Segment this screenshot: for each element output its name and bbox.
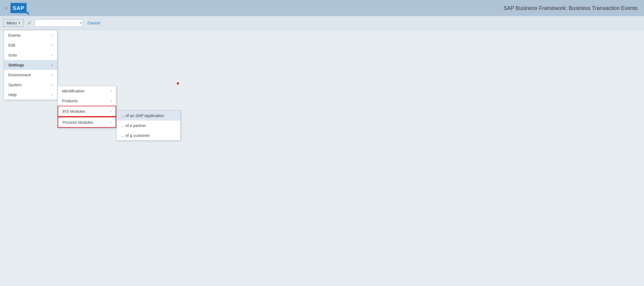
menu-arrow-environment: › [52, 73, 53, 77]
sap-logo-text: SAP [13, 5, 24, 11]
red-dot [177, 82, 179, 84]
menu-level1: Events › Edit › Goto › Settings › Enviro… [4, 30, 57, 100]
menu-item-events-label: Events [8, 33, 21, 37]
menu-item-settings-label: Settings [8, 63, 24, 67]
check-icon[interactable]: ✓ [27, 20, 32, 26]
menu-item-goto-label: Goto [8, 53, 17, 57]
menu-level2: Identification › Products › P/S Modules … [57, 86, 116, 128]
page-title: SAP Business Framework: Business Transac… [504, 5, 638, 11]
input-container: ▾ [35, 19, 83, 27]
menu-item-sap-application[interactable]: ... of an SAP Application [117, 111, 180, 121]
menu-chevron-icon: ▾ [18, 21, 20, 25]
menu-arrow-system: › [52, 83, 53, 87]
menu-button[interactable]: Menu ▾ [3, 19, 24, 27]
header: ‹ SAP SAP Business Framework: Business T… [0, 0, 644, 16]
menu-item-process-modules-label: Process Modules [62, 120, 93, 125]
menu-item-sap-application-label: ... of an SAP Application [121, 113, 164, 118]
menu-item-events[interactable]: Events › [4, 30, 57, 40]
menu-item-identification[interactable]: Identification › [58, 86, 116, 96]
menu-arrow-settings: › [52, 63, 53, 67]
sap-logo: SAP [10, 3, 27, 13]
menu-item-ps-modules[interactable]: P/S Modules › [58, 106, 116, 117]
menu-arrow-ps-modules: › [110, 109, 111, 113]
menu-item-partner[interactable]: ... of a partner [117, 121, 180, 130]
menu-label: Menu [7, 21, 17, 25]
menu-item-environment-label: Environment [8, 73, 31, 77]
menu-item-customer-label: ... of a customer [121, 133, 150, 138]
menu-item-goto[interactable]: Goto › [4, 50, 57, 60]
menu-item-environment[interactable]: Environment › [4, 70, 57, 80]
menu-item-ps-modules-label: P/S Modules [62, 109, 85, 114]
menu-item-customer[interactable]: ... of a customer [117, 130, 180, 140]
menu-item-edit[interactable]: Edit › [4, 40, 57, 50]
menu-arrow-identification: › [111, 89, 112, 93]
toolbar: Menu ▾ ✓ ▾ Cancel [0, 16, 644, 30]
menu-item-system[interactable]: System › [4, 80, 57, 90]
menu-item-help-label: Help [8, 92, 17, 97]
menu-item-partner-label: ... of a partner [121, 123, 146, 128]
sap-logo-triangle [25, 12, 29, 15]
menu-arrow-edit: › [52, 43, 53, 47]
menu-item-settings[interactable]: Settings › [4, 60, 57, 70]
menu-item-products-label: Products [62, 99, 78, 103]
menu-arrow-goto: › [52, 53, 53, 57]
menu-item-products[interactable]: Products › [58, 96, 116, 106]
search-input[interactable] [35, 19, 83, 27]
menu-item-identification-label: Identification [62, 89, 84, 93]
menu-item-edit-label: Edit [8, 43, 15, 47]
cancel-button[interactable]: Cancel [86, 21, 102, 25]
menu-arrow-products: › [111, 99, 112, 103]
menu-item-system-label: System [8, 82, 22, 87]
menu-arrow-events: › [52, 33, 53, 37]
main-content: Events › Edit › Goto › Settings › Enviro… [0, 30, 644, 286]
menu-arrow-help: › [52, 93, 53, 97]
menu-item-process-modules[interactable]: Process Modules › [58, 117, 116, 128]
menu-arrow-process-modules: › [110, 120, 111, 124]
menu-level3: ... of an SAP Application ... of a partn… [116, 110, 181, 141]
back-button[interactable]: ‹ [5, 5, 7, 12]
menu-item-help[interactable]: Help › [4, 90, 57, 100]
